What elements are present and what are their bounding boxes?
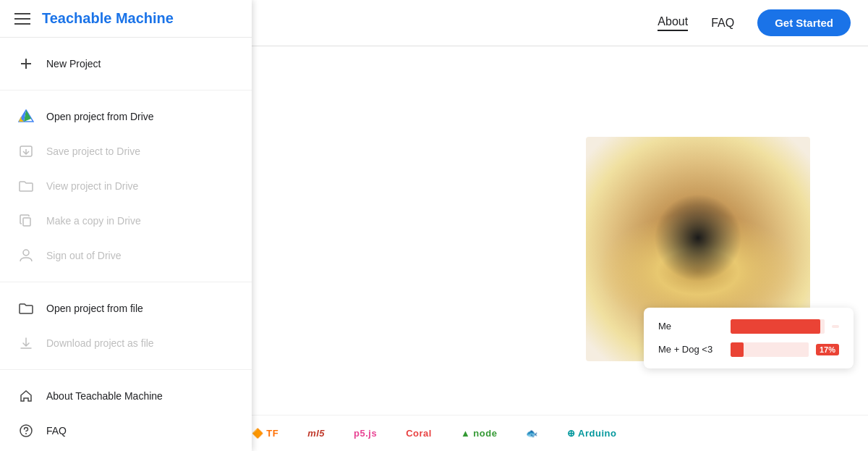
logo-node: ▲ node [461, 428, 498, 439]
prediction-row-2: Me + Dog <3 17% [658, 342, 839, 357]
menu-item-copy-drive-label: Make a copy in Drive [46, 215, 141, 227]
menu-item-open-drive[interactable]: Open project from Drive [0, 99, 252, 134]
menu-item-download-file: Download project as file [0, 326, 252, 361]
home-icon [17, 387, 35, 405]
nav-faq[interactable]: FAQ [711, 17, 734, 30]
prediction-label-1: Me [658, 321, 723, 332]
logo-arduino: ⊕ Arduino [567, 428, 616, 439]
menu-section-about: About Teachable Machine FAQ [0, 370, 252, 451]
dropdown-menu: Teachable Machine New Project [0, 0, 252, 451]
menu-item-open-drive-label: Open project from Drive [46, 111, 154, 122]
logo-p5-fish: 🐟 [526, 428, 538, 439]
nav-about[interactable]: About [658, 15, 688, 31]
help-icon [17, 422, 35, 439]
menu-item-new-project[interactable]: New Project [0, 46, 252, 81]
prediction-badge-2: 17% [816, 344, 839, 355]
menu-item-about-tm-label: About Teachable Machine [46, 390, 163, 402]
person-icon [17, 247, 35, 264]
drive-icon [17, 108, 35, 125]
menu-section-new: New Project [0, 38, 252, 90]
prediction-badge-1 [832, 325, 839, 328]
menu-item-save-drive: Save project to Drive [0, 134, 252, 169]
menu-item-new-project-label: New Project [46, 58, 101, 69]
menu-item-about-tm[interactable]: About Teachable Machine [0, 379, 252, 413]
prediction-bar-container-2 [731, 342, 809, 357]
prediction-row-1: Me [658, 319, 839, 334]
drive-save-icon [17, 143, 35, 160]
menu-item-view-drive-label: View project in Drive [46, 180, 138, 192]
logo-ml5: ml5 [307, 428, 325, 439]
svg-rect-8 [23, 218, 30, 226]
prediction-label-2: Me + Dog <3 [658, 344, 723, 355]
folder-icon [17, 177, 35, 195]
dropdown-header: Teachable Machine [0, 0, 252, 38]
prediction-panel: Me Me + Dog <3 17% [644, 308, 854, 368]
hero-image-area: Me Me + Dog <3 17% [586, 137, 810, 361]
download-icon [17, 334, 35, 352]
header-right: About FAQ Get Started [658, 9, 851, 36]
menu-item-open-file[interactable]: Open project from file [0, 291, 252, 326]
menu-item-faq-label: FAQ [46, 425, 67, 437]
logo-tensorflow: 🔶 TF [252, 428, 279, 439]
svg-point-9 [23, 250, 29, 256]
plus-icon [17, 55, 35, 72]
menu-item-faq[interactable]: FAQ [0, 413, 252, 448]
folder-open-icon [17, 300, 35, 317]
svg-point-11 [25, 433, 27, 434]
menu-section-file: Open project from file Download project … [0, 282, 252, 370]
prediction-bar-container-1 [731, 319, 825, 334]
get-started-button[interactable]: Get Started [757, 9, 851, 36]
menu-item-download-file-label: Download project as file [46, 337, 154, 349]
menu-item-save-drive-label: Save project to Drive [46, 146, 140, 157]
menu-item-copy-drive: Make a copy in Drive [0, 203, 252, 238]
prediction-bar-1 [731, 319, 820, 334]
copy-icon [17, 212, 35, 229]
menu-item-open-file-label: Open project from file [46, 303, 143, 314]
prediction-bar-2 [731, 342, 744, 357]
menu-item-signout-drive: Sign out of Drive [0, 238, 252, 273]
dropdown-hamburger-icon[interactable] [14, 13, 30, 25]
menu-item-signout-drive-label: Sign out of Drive [46, 250, 122, 261]
dropdown-logo: Teachable Machine [42, 10, 174, 27]
logo-coral: Coral [406, 428, 432, 439]
menu-item-view-drive: View project in Drive [0, 169, 252, 203]
menu-section-drive: Open project from Drive Save project to … [0, 90, 252, 282]
logo-p5js: p5.js [354, 428, 377, 439]
